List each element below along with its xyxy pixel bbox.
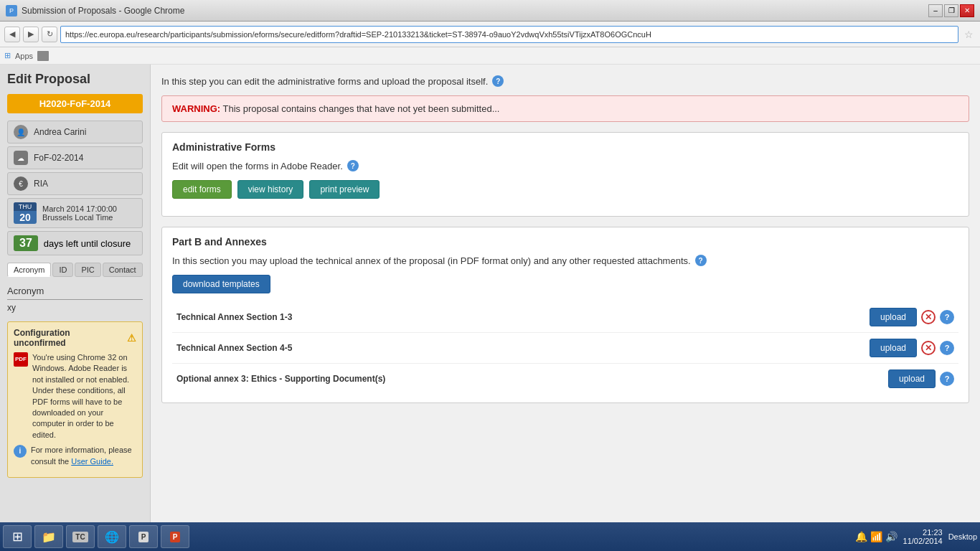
taskbar-app-tc[interactable]: TC <box>66 525 95 548</box>
deadline-date-item: THU 20 March 2014 17:00:00 Brussels Loca… <box>7 198 143 228</box>
view-history-button[interactable]: view history <box>237 180 304 199</box>
url-input[interactable] <box>60 26 958 43</box>
timezone: Brussels Local Time <box>42 213 117 222</box>
acronym-field-label: Acronym <box>7 286 143 296</box>
bookmark-icon[interactable]: ☆ <box>961 27 976 42</box>
acronym-section: Acronym xy <box>7 283 143 316</box>
info-circle-icon: i <box>14 445 27 458</box>
annex-actions-3: upload ? <box>888 369 954 388</box>
annex-actions-2: upload ✕ ? <box>870 339 954 357</box>
acronym-value: xy <box>7 303 143 313</box>
tab-id[interactable]: ID <box>52 263 73 277</box>
chrome-tab-icon: P <box>6 5 17 17</box>
month-year: March 2014 17:00:00 <box>42 204 117 213</box>
taskbar-right: 🔔 📶 🔊 21:23 11/02/2014 Desktop <box>855 528 977 545</box>
call-name: FoF-02-2014 <box>34 153 83 163</box>
admin-forms-section: Administrative Forms Edit will open the … <box>161 132 969 217</box>
apps-bar: ⊞ Apps <box>0 47 980 65</box>
help-icon-2[interactable]: ? <box>940 341 954 355</box>
tab-pic[interactable]: PIC <box>75 263 100 277</box>
config-warning-label: Configuration unconfirmed <box>14 328 124 348</box>
reload-button[interactable]: ↻ <box>42 27 57 42</box>
date-box: THU 20 <box>14 202 37 224</box>
annex-table: Technical Annex Section 1-3 upload ✕ ? T… <box>172 302 958 394</box>
remove-icon-1[interactable]: ✕ <box>921 310 936 324</box>
admin-forms-subtitle: Edit will open the forms in Adobe Reader… <box>172 160 958 171</box>
help-icon-3[interactable]: ? <box>940 372 954 386</box>
help-icon-1[interactable]: ? <box>940 310 954 324</box>
minimize-button[interactable]: – <box>928 4 943 17</box>
annex-name-1: Technical Annex Section 1-3 <box>176 312 862 322</box>
apps-text: Apps <box>15 52 33 60</box>
taskbar-app-pp[interactable]: P <box>161 525 189 548</box>
warning-triangle-icon: ⚠ <box>127 332 136 344</box>
applicant-name: Andrea Carini <box>34 127 86 137</box>
intro-text-label: In this step you can edit the administra… <box>161 76 488 87</box>
warning-box: WARNING: This proposal contains changes … <box>161 95 969 122</box>
user-guide-link[interactable]: User Guide. <box>71 457 113 466</box>
config-warning-box: Configuration unconfirmed ⚠ PDF You're u… <box>7 321 143 478</box>
date-label: 11/02/2014 <box>903 537 943 545</box>
instrument-item: € RIA <box>7 172 143 195</box>
pdf-icon: PDF <box>14 352 28 367</box>
remove-icon-2[interactable]: ✕ <box>921 341 936 355</box>
title-bar-left: P Submission of Proposals - Google Chrom… <box>6 5 184 17</box>
apps-label: ⊞ <box>4 51 11 60</box>
config-pdf-text: You're using Chrome 32 on Windows. Adobe… <box>32 352 136 441</box>
applicant-item: 👤 Andrea Carini <box>7 121 143 143</box>
days-left-item: 37 days left until closure <box>7 231 143 255</box>
euro-icon: € <box>14 176 28 191</box>
desktop-button[interactable]: Desktop <box>948 532 977 541</box>
annex-actions-1: upload ✕ ? <box>870 308 954 326</box>
part-b-help-icon[interactable]: ? <box>695 255 707 266</box>
config-pdf-item: PDF You're using Chrome 32 on Windows. A… <box>14 352 136 441</box>
close-button[interactable]: ✕ <box>960 4 974 17</box>
upload-button-2[interactable]: upload <box>870 339 917 357</box>
upload-button-1[interactable]: upload <box>870 308 917 326</box>
content-area: In this step you can edit the administra… <box>151 65 980 528</box>
download-templates-button[interactable]: download templates <box>172 275 270 293</box>
admin-forms-subtitle-text: Edit will open the forms in Adobe Reader… <box>172 161 343 171</box>
admin-forms-buttons: edit forms view history print preview <box>172 180 958 199</box>
print-preview-button[interactable]: print preview <box>309 180 380 199</box>
warning-label: WARNING: <box>172 103 220 114</box>
taskbar: ⊞ 📁 TC 🌐 P P 🔔 📶 🔊 21:23 11/02/2014 Desk… <box>0 522 980 551</box>
day-num: 20 <box>17 212 34 222</box>
taskbar-chrome[interactable]: 🌐 <box>98 525 126 548</box>
admin-forms-help-icon[interactable]: ? <box>347 160 359 171</box>
annex-row-2: Technical Annex Section 4-5 upload ✕ ? <box>172 333 958 364</box>
days-left-label: days left until closure <box>44 238 131 249</box>
start-icon: ⊞ <box>12 529 23 545</box>
edit-forms-button[interactable]: edit forms <box>172 180 232 199</box>
sidebar-tabs: Acronym ID PIC Contact <box>7 263 143 277</box>
file-explorer-icon: 📁 <box>42 530 56 544</box>
tab-contact[interactable]: Contact <box>103 263 143 277</box>
tab-acronym[interactable]: Acronym <box>7 263 51 277</box>
time-display: 21:23 11/02/2014 <box>903 528 943 545</box>
intro-help-icon[interactable]: ? <box>492 75 504 87</box>
tab-label: Submission of Proposals - Google Chrome <box>22 6 184 16</box>
start-button[interactable]: ⊞ <box>3 525 32 548</box>
sidebar-title: Edit Proposal <box>7 72 143 87</box>
part-b-section: Part B and Annexes In this section you m… <box>161 227 969 403</box>
person-icon: 👤 <box>14 125 28 139</box>
forward-button[interactable]: ▶ <box>23 27 39 42</box>
restore-button[interactable]: ❐ <box>944 4 958 17</box>
config-info-text: For more information, please consult the… <box>31 445 136 467</box>
time-label: 21:23 <box>903 528 943 537</box>
title-bar: P Submission of Proposals - Google Chrom… <box>0 0 980 22</box>
notification-icons: 🔔 📶 🔊 <box>855 531 897 542</box>
sidebar: Edit Proposal H2020-FoF-2014 👤 Andrea Ca… <box>0 65 151 528</box>
part-b-title: Part B and Annexes <box>172 236 958 248</box>
taskbar-app-pm[interactable]: P <box>129 525 158 548</box>
window-controls: – ❐ ✕ <box>928 4 974 17</box>
chrome-icon: 🌐 <box>105 530 119 544</box>
back-button[interactable]: ◀ <box>4 27 20 42</box>
annex-name-3: Optional annex 3: Ethics - Supporting Do… <box>176 374 881 384</box>
pm-icon: P <box>138 532 149 542</box>
intro-section: In this step you can edit the administra… <box>161 75 969 87</box>
tc-icon: TC <box>72 532 88 542</box>
pp-icon: P <box>170 532 181 542</box>
upload-button-3[interactable]: upload <box>888 369 936 388</box>
taskbar-file-explorer[interactable]: 📁 <box>34 525 63 548</box>
